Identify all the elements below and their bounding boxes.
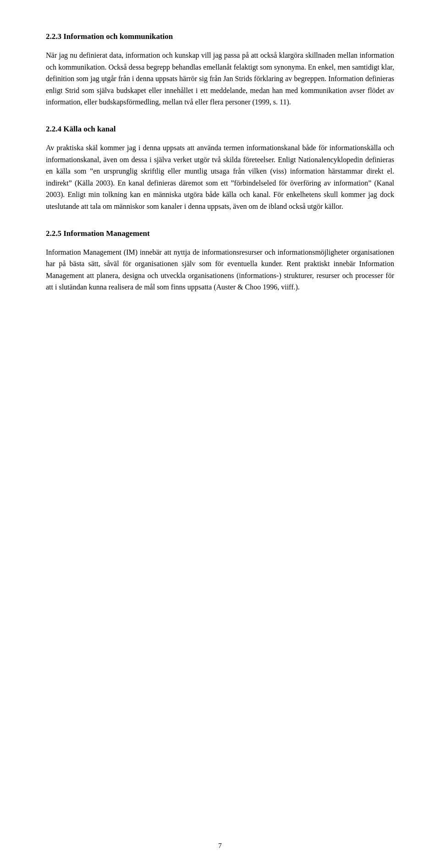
page: 2.2.3 Information och kommunikation När …	[0, 0, 440, 868]
page-number: 7	[218, 842, 222, 850]
section-2-2-4: 2.2.4 Källa och kanal Av praktiska skäl …	[46, 125, 394, 213]
section-2-2-4-heading: 2.2.4 Källa och kanal	[46, 125, 394, 134]
section-2-2-5: 2.2.5 Information Management Information…	[46, 229, 394, 293]
section-2-2-4-paragraph-1: Av praktiska skäl kommer jag i denna upp…	[46, 142, 394, 213]
section-2-2-3-heading: 2.2.3 Information och kommunikation	[46, 32, 394, 41]
section-2-2-3-paragraph-1: När jag nu definierat data, information …	[46, 49, 394, 108]
section-2-2-5-paragraph-1: Information Management (IM) innebär att …	[46, 246, 394, 293]
section-2-2-3: 2.2.3 Information och kommunikation När …	[46, 32, 394, 108]
section-2-2-5-heading: 2.2.5 Information Management	[46, 229, 394, 238]
